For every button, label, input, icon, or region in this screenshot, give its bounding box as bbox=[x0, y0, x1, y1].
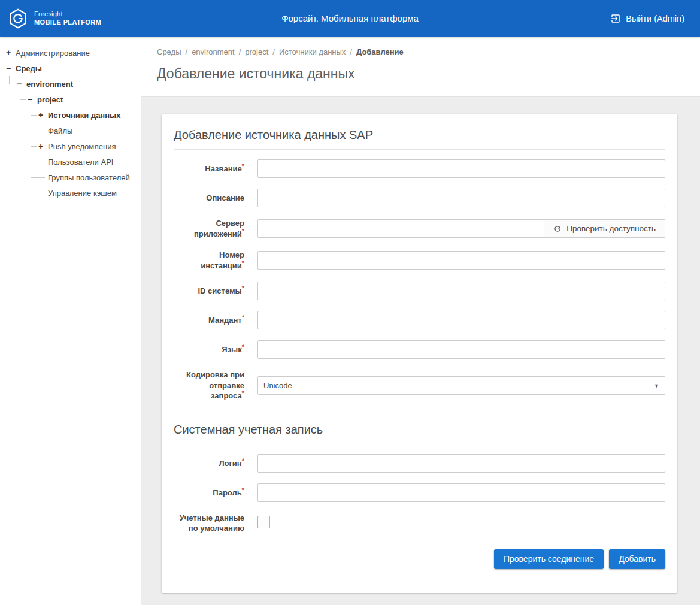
form-row-server: Сервер приложений* Проверить доступно bbox=[174, 218, 665, 239]
system-id-input[interactable] bbox=[257, 282, 665, 300]
sidebar-item-project[interactable]: − project bbox=[28, 92, 137, 107]
field-label-mandant: Мандант* bbox=[174, 315, 244, 326]
sidebar-item-user-groups[interactable]: Группы пользователей bbox=[38, 170, 137, 185]
expand-icon[interactable]: + bbox=[38, 111, 46, 119]
form-row-system-id: ID системы* bbox=[174, 282, 665, 300]
expand-icon[interactable]: + bbox=[6, 49, 13, 57]
label-text: Мандант bbox=[208, 316, 242, 325]
sidebar-item-api-users[interactable]: Пользователи API bbox=[38, 154, 137, 170]
label-text: Номер инстанции bbox=[201, 250, 244, 270]
check-availability-label: Проверить доступность bbox=[566, 224, 656, 233]
language-input[interactable] bbox=[257, 340, 665, 359]
brand-name: Foresight MOBILE PLATFORM bbox=[34, 10, 101, 27]
logout-icon bbox=[610, 13, 621, 24]
section-title-sap: Добавление источника данных SAP bbox=[174, 125, 665, 150]
breadcrumb-item-project[interactable]: project bbox=[245, 47, 268, 56]
sidebar-item-label: Файлы bbox=[46, 126, 72, 135]
expand-icon[interactable]: + bbox=[38, 142, 46, 150]
field-label-instance: Номер инстанции* bbox=[174, 250, 244, 271]
main-area: Среды / environment / project / Источник… bbox=[141, 37, 700, 605]
mandant-input[interactable] bbox=[257, 311, 665, 329]
required-marker: * bbox=[242, 456, 244, 464]
sidebar-item-files[interactable]: Файлы bbox=[38, 123, 137, 138]
label-text: Учетные данные по умолчанию bbox=[180, 513, 244, 533]
label-text: ID системы bbox=[198, 286, 242, 295]
default-credentials-checkbox[interactable] bbox=[257, 516, 270, 528]
label-text: Сервер приложений bbox=[194, 219, 244, 238]
field-label-default-credentials: Учетные данные по умолчанию bbox=[174, 513, 244, 534]
breadcrumb-item-data-sources[interactable]: Источники данных bbox=[279, 47, 346, 56]
breadcrumb: Среды / environment / project / Источник… bbox=[157, 47, 684, 56]
required-marker: * bbox=[242, 285, 244, 292]
sidebar-item-label: Группы пользователей bbox=[46, 173, 130, 182]
app-header: Foresight MOBILE PLATFORM Форсайт. Мобил… bbox=[0, 0, 700, 37]
field-label-login: Логин* bbox=[174, 458, 244, 469]
sidebar-item-label: Push уведомления bbox=[46, 142, 116, 151]
check-availability-button[interactable]: Проверить доступность bbox=[544, 219, 665, 238]
collapse-icon[interactable]: − bbox=[17, 80, 24, 88]
sidebar-item-push-notifications[interactable]: + Push уведомления bbox=[38, 138, 137, 154]
sidebar: + Администрирование − Среды − environmen… bbox=[0, 37, 141, 605]
sidebar-item-label: Управление кэшем bbox=[46, 189, 117, 198]
sidebar-item-label: project bbox=[35, 95, 63, 104]
sidebar-item-environments[interactable]: − Среды bbox=[6, 60, 137, 76]
field-label-password: Пароль* bbox=[174, 488, 244, 498]
form-row-encoding: Кодировка при отправке запроса* Unicode … bbox=[174, 370, 665, 401]
sidebar-item-cache-management[interactable]: Управление кэшем bbox=[38, 185, 137, 201]
page-title: Добавление источника данных bbox=[157, 66, 684, 82]
sidebar-item-environment[interactable]: − environment bbox=[17, 76, 137, 92]
breadcrumb-separator: / bbox=[239, 47, 241, 56]
breadcrumb-separator: / bbox=[350, 47, 352, 56]
required-marker: * bbox=[242, 343, 244, 350]
field-label-encoding: Кодировка при отправке запроса* bbox=[174, 370, 244, 401]
password-input[interactable] bbox=[257, 483, 665, 502]
name-input[interactable] bbox=[257, 159, 665, 178]
required-marker: * bbox=[242, 486, 244, 493]
form-row-login: Логин* bbox=[174, 454, 665, 473]
sidebar-item-data-sources[interactable]: + Источники данных bbox=[38, 107, 137, 123]
check-connection-button[interactable]: Проверить соединение bbox=[494, 549, 604, 569]
encoding-select[interactable]: Unicode ▼ bbox=[257, 376, 665, 395]
logout-button[interactable]: Выйти (Admin) bbox=[610, 13, 700, 24]
server-input[interactable] bbox=[257, 219, 544, 238]
sidebar-item-label: Источники данных bbox=[46, 111, 120, 120]
form-actions: Проверить соединение Добавить bbox=[174, 549, 665, 569]
content-scroll-area[interactable]: Добавление источника данных SAP Название… bbox=[141, 97, 700, 605]
collapse-icon[interactable]: − bbox=[6, 64, 13, 72]
brand-logo[interactable]: Foresight MOBILE PLATFORM bbox=[0, 8, 101, 29]
required-marker: * bbox=[242, 389, 244, 397]
section-title-account: Системная учетная запись bbox=[174, 419, 665, 444]
label-text: Логин bbox=[219, 459, 241, 468]
foresight-logo-icon bbox=[7, 8, 29, 29]
sidebar-item-label: Пользователи API bbox=[46, 158, 113, 167]
sidebar-item-label: Среды bbox=[13, 64, 42, 73]
breadcrumb-separator: / bbox=[272, 47, 275, 56]
encoding-selected-value: Unicode bbox=[263, 381, 292, 390]
required-marker: * bbox=[242, 227, 244, 234]
breadcrumb-item-environments[interactable]: Среды bbox=[157, 47, 181, 56]
breadcrumb-item-environment[interactable]: environment bbox=[192, 47, 235, 56]
breadcrumb-separator: / bbox=[186, 47, 188, 56]
required-marker: * bbox=[242, 162, 244, 169]
required-marker: * bbox=[242, 314, 244, 321]
label-text: Язык bbox=[222, 345, 241, 354]
logout-label: Выйти (Admin) bbox=[626, 14, 684, 23]
form-row-description: Описание bbox=[174, 189, 665, 207]
breadcrumb-item-add: Добавление bbox=[356, 47, 404, 56]
form-row-instance: Номер инстанции* bbox=[174, 250, 665, 271]
description-input[interactable] bbox=[257, 189, 665, 207]
label-text: Кодировка при отправке запроса bbox=[186, 370, 244, 400]
login-input[interactable] bbox=[257, 454, 665, 473]
refresh-icon bbox=[553, 225, 562, 233]
add-button[interactable]: Добавить bbox=[609, 549, 665, 569]
field-label-system-id: ID системы* bbox=[174, 286, 244, 297]
datasource-form-card: Добавление источника данных SAP Название… bbox=[162, 114, 677, 593]
collapse-icon[interactable]: − bbox=[28, 95, 35, 104]
form-row-name: Название* bbox=[174, 159, 665, 178]
instance-number-input[interactable] bbox=[257, 251, 665, 270]
sidebar-item-label: Администрирование bbox=[13, 49, 90, 58]
sidebar-item-administration[interactable]: + Администрирование bbox=[6, 45, 137, 60]
field-label-server: Сервер приложений* bbox=[174, 218, 244, 239]
required-marker: * bbox=[242, 259, 244, 266]
label-text: Пароль bbox=[213, 488, 241, 497]
